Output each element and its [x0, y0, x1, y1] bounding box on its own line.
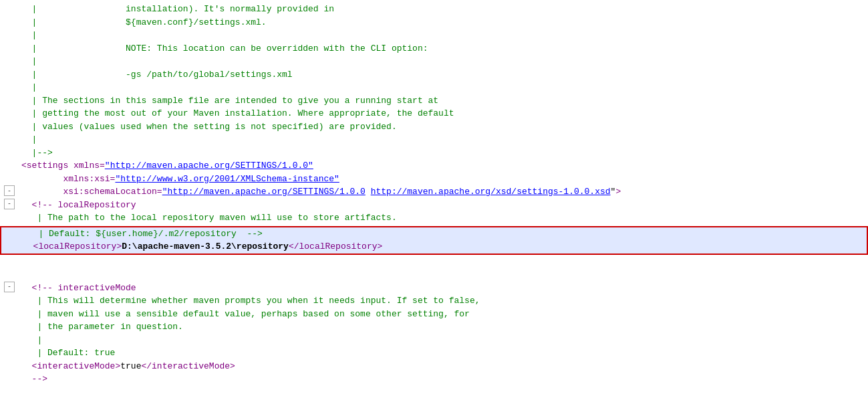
code-segment: xmlns:xsi= — [21, 174, 115, 184]
line-gutter: - — [0, 185, 20, 196]
code-segment: | the parameter in question. — [21, 322, 183, 332]
code-line: | The path to the local repository maven… — [0, 211, 868, 225]
code-line: |--> — [0, 146, 868, 160]
code-segment: | values (values used when the setting i… — [21, 122, 397, 132]
code-line: | The sections in this sample file are i… — [0, 94, 868, 108]
code-line: | installation). It's normally provided … — [0, 3, 868, 16]
line-content: <!-- localRepository — [20, 199, 868, 212]
line-content: | maven will use a sensible default valu… — [20, 308, 868, 321]
line-content: | — [20, 29, 868, 42]
code-segment: > — [615, 187, 621, 197]
code-line: | — [0, 81, 868, 94]
code-segment: <!-- localRepository — [21, 200, 136, 210]
code-segment: | This will determine whether maven prom… — [21, 296, 480, 306]
code-line: - <!-- interactiveMode — [0, 282, 868, 295]
code-line: | getting the most out of your Maven ins… — [0, 107, 868, 120]
line-content: | NOTE: This location can be overridden … — [20, 42, 868, 56]
code-line: | This will determine whether maven prom… — [0, 294, 868, 308]
code-line: | the parameter in question. — [0, 320, 868, 334]
code-line: | maven will use a sensible default valu… — [0, 308, 868, 321]
line-content: <settings xmlns="http://maven.apache.org… — [20, 159, 868, 173]
fold-button[interactable]: - — [4, 199, 15, 209]
line-content: | Default: true — [20, 346, 868, 360]
code-line: - xsi:schemaLocation="http://maven.apach… — [0, 185, 868, 199]
code-segment: | — [21, 134, 37, 144]
line-content: xsi:schemaLocation="http://maven.apache.… — [20, 185, 868, 199]
code-segment: </localRepository> — [289, 241, 382, 252]
code-segment: | — [21, 335, 42, 345]
code-editor: | installation). It's normally provided … — [0, 0, 868, 389]
code-segment: http://maven.apache.org/xsd/settings-1.0… — [371, 187, 611, 197]
code-line: | — [0, 133, 868, 146]
code-line: | NOTE: This location can be overridden … — [0, 42, 868, 56]
code-line: | — [0, 334, 868, 347]
line-content: | -gs /path/to/global/settings.xml — [20, 68, 868, 82]
line-gutter: - — [0, 282, 20, 292]
code-segment: "http://maven.apache.org/SETTINGS/1.0.0" — [105, 161, 313, 171]
code-segment: "http://maven.apache.org/SETTINGS/1.0.0 — [162, 187, 366, 197]
line-content: | Default: ${user.home}/.m2/repository -… — [21, 227, 867, 241]
code-segment: | installation). It's normally provided … — [21, 4, 334, 14]
line-content: | — [20, 55, 868, 68]
code-line: | values (values used when the setting i… — [0, 120, 868, 134]
code-line: <localRepository>D:\apache-maven-3.5.2\r… — [1, 240, 867, 254]
code-line: | — [0, 55, 868, 68]
code-segment: true — [120, 361, 141, 371]
line-content: <interactiveMode>true</interactiveMode> — [20, 360, 868, 373]
line-content: | the parameter in question. — [20, 320, 868, 334]
code-segment: | maven will use a sensible default valu… — [21, 309, 470, 319]
code-segment: D:\apache-maven-3.5.2\repository — [122, 241, 289, 252]
fold-button[interactable]: - — [4, 282, 15, 292]
line-content: --> — [20, 373, 868, 386]
code-segment: | Default: ${user.home}/.m2/repository -… — [23, 229, 263, 239]
code-line: <interactiveMode>true</interactiveMode> — [0, 360, 868, 373]
code-segment: | getting the most out of your Maven ins… — [21, 108, 454, 118]
code-segment: | — [21, 30, 37, 40]
line-content: | — [20, 133, 868, 146]
code-segment: | NOTE: This location can be overridden … — [21, 43, 428, 54]
code-line: --> — [0, 373, 868, 386]
code-segment: <interactiveMode> — [21, 361, 120, 371]
code-segment: | — [21, 82, 37, 92]
code-line: | Default: ${user.home}/.m2/repository -… — [1, 227, 867, 241]
code-segment: <localRepository> — [23, 241, 122, 252]
line-content: | — [20, 81, 868, 94]
line-content: <localRepository>D:\apache-maven-3.5.2\r… — [21, 240, 867, 254]
fold-button[interactable]: - — [4, 185, 15, 196]
code-segment: "http://www.w3.org/2001/XMLSchema-instan… — [115, 174, 339, 184]
code-segment: <settings — [21, 161, 68, 171]
line-content: | values (values used when the setting i… — [20, 120, 868, 134]
line-content: | The path to the local repository maven… — [20, 211, 868, 225]
code-segment — [366, 187, 371, 197]
line-content: | getting the most out of your Maven ins… — [20, 107, 868, 120]
code-line: - <!-- localRepository — [0, 199, 868, 212]
line-content: | installation). It's normally provided … — [20, 3, 868, 16]
code-line: | -gs /path/to/global/settings.xml — [0, 68, 868, 82]
line-content: xmlns:xsi="http://www.w3.org/2001/XMLSch… — [20, 173, 868, 186]
code-segment: | Default: true — [21, 348, 115, 358]
line-gutter: - — [0, 199, 20, 209]
line-content: | — [20, 334, 868, 347]
code-segment: | The path to the local repository maven… — [21, 213, 397, 223]
line-content: | The sections in this sample file are i… — [20, 94, 868, 108]
code-line — [0, 256, 868, 269]
code-segment: <!-- interactiveMode — [21, 283, 136, 293]
code-segment: | -gs /path/to/global/settings.xml — [21, 70, 293, 80]
highlighted-section: | Default: ${user.home}/.m2/repository -… — [0, 226, 868, 255]
code-line — [0, 269, 868, 282]
code-line: | — [0, 29, 868, 42]
code-line: | ${maven.conf}/settings.xml. — [0, 16, 868, 29]
code-segment: |--> — [21, 148, 53, 158]
code-segment: | ${maven.conf}/settings.xml. — [21, 17, 267, 27]
code-segment: xsi:schemaLocation= — [21, 187, 162, 197]
code-segment: xmlns= — [68, 161, 105, 171]
line-content: | This will determine whether maven prom… — [20, 294, 868, 308]
line-content: <!-- interactiveMode — [20, 282, 868, 295]
line-content: | ${maven.conf}/settings.xml. — [20, 16, 868, 29]
line-content: |--> — [20, 146, 868, 160]
code-line: xmlns:xsi="http://www.w3.org/2001/XMLSch… — [0, 173, 868, 186]
code-line: | Default: true — [0, 346, 868, 360]
code-segment: --> — [21, 374, 47, 384]
code-segment: </interactiveMode> — [141, 361, 235, 371]
code-line: <settings xmlns="http://maven.apache.org… — [0, 159, 868, 173]
